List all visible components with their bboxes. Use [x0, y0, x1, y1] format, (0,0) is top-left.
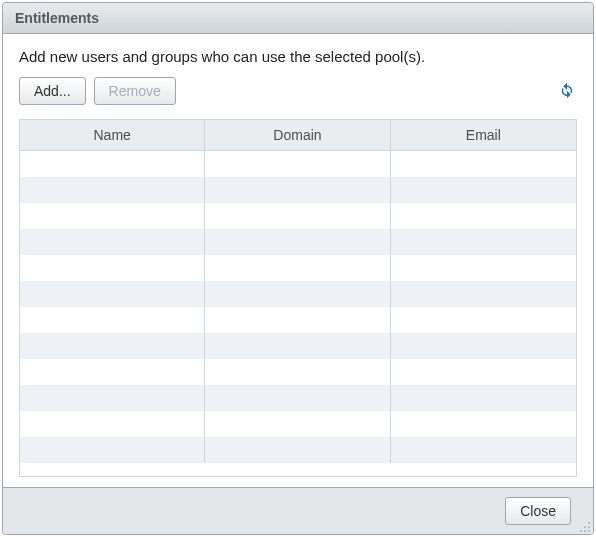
table-cell: [391, 255, 576, 281]
svg-point-2: [588, 526, 590, 528]
table-cell: [391, 281, 576, 307]
svg-point-3: [580, 530, 582, 532]
entitlements-dialog: Entitlements Add new users and groups wh…: [2, 2, 594, 535]
svg-point-1: [584, 526, 586, 528]
instruction-text: Add new users and groups who can use the…: [19, 48, 577, 65]
table-cell: [20, 333, 205, 359]
table-cell: [205, 229, 390, 255]
table-cell: [205, 203, 390, 229]
resize-grip-icon: [579, 520, 591, 536]
table-cell: [20, 151, 205, 177]
column-header-email[interactable]: Email: [391, 120, 576, 150]
table-cell: [391, 411, 576, 437]
table-cell: [391, 203, 576, 229]
table-cell: [391, 333, 576, 359]
table-row[interactable]: [20, 281, 576, 307]
table-cell: [205, 411, 390, 437]
table-cell: [20, 411, 205, 437]
svg-point-0: [588, 522, 590, 524]
table-cell: [20, 437, 205, 463]
table-row[interactable]: [20, 385, 576, 411]
table-row[interactable]: [20, 229, 576, 255]
table-cell: [20, 177, 205, 203]
table-row[interactable]: [20, 437, 576, 463]
table-cell: [20, 359, 205, 385]
toolbar: Add... Remove: [19, 77, 577, 105]
table-cell: [205, 307, 390, 333]
table-row[interactable]: [20, 203, 576, 229]
table-cell: [391, 177, 576, 203]
table-row[interactable]: [20, 151, 576, 177]
table-row[interactable]: [20, 255, 576, 281]
table-row[interactable]: [20, 333, 576, 359]
add-button[interactable]: Add...: [19, 77, 86, 105]
table-cell: [205, 151, 390, 177]
svg-point-4: [584, 530, 586, 532]
table-cell: [20, 385, 205, 411]
close-button[interactable]: Close: [505, 497, 571, 525]
table-cell: [205, 437, 390, 463]
table-row[interactable]: [20, 359, 576, 385]
table-cell: [205, 359, 390, 385]
table-cell: [20, 203, 205, 229]
table-cell: [391, 359, 576, 385]
table-cell: [205, 255, 390, 281]
entitlements-grid[interactable]: Name Domain Email: [19, 119, 577, 477]
svg-point-5: [588, 530, 590, 532]
dialog-title: Entitlements: [15, 10, 99, 26]
table-row[interactable]: [20, 411, 576, 437]
table-cell: [205, 281, 390, 307]
table-cell: [391, 229, 576, 255]
grid-header-row: Name Domain Email: [20, 120, 576, 151]
dialog-titlebar: Entitlements: [3, 3, 593, 34]
table-cell: [391, 307, 576, 333]
refresh-button[interactable]: [557, 81, 577, 101]
column-header-name[interactable]: Name: [20, 120, 205, 150]
table-cell: [391, 437, 576, 463]
table-cell: [20, 307, 205, 333]
table-row[interactable]: [20, 307, 576, 333]
table-cell: [205, 385, 390, 411]
table-cell: [205, 177, 390, 203]
dialog-content: Add new users and groups who can use the…: [3, 34, 593, 487]
table-row[interactable]: [20, 177, 576, 203]
table-cell: [20, 281, 205, 307]
dialog-footer: Close: [3, 487, 593, 534]
table-cell: [20, 255, 205, 281]
table-cell: [205, 333, 390, 359]
refresh-icon: [558, 81, 576, 102]
table-cell: [391, 385, 576, 411]
grid-body: [20, 151, 576, 476]
resize-grip[interactable]: [579, 520, 591, 532]
table-cell: [20, 229, 205, 255]
remove-button: Remove: [94, 77, 176, 105]
column-header-domain[interactable]: Domain: [205, 120, 390, 150]
table-cell: [391, 151, 576, 177]
